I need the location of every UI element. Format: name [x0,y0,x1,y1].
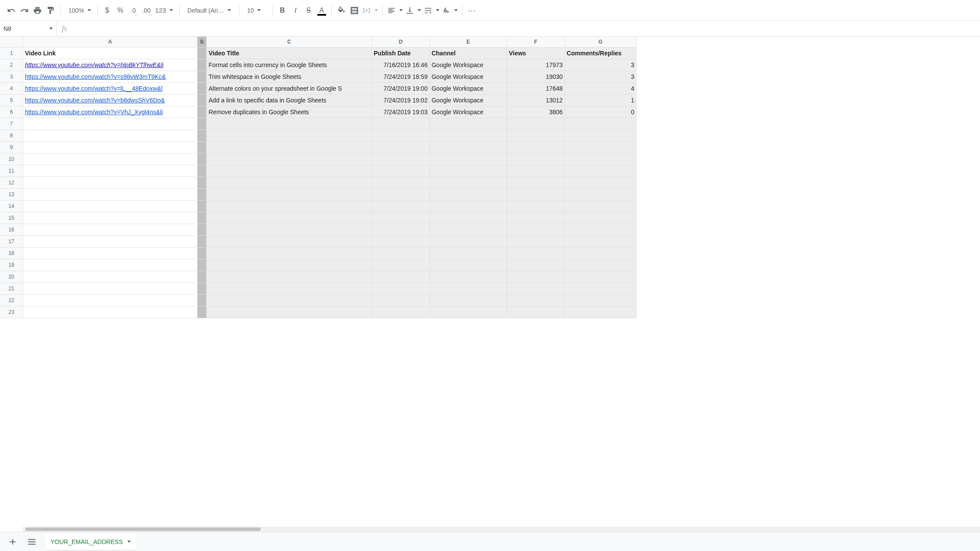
cell-G18[interactable] [565,247,636,259]
cell-E14[interactable] [429,200,507,212]
cell-E22[interactable] [429,294,507,306]
cell-A6[interactable]: https://www.youtube.com/watch?v=VhJ_Xygl… [23,106,197,118]
cell-A19[interactable] [23,259,197,271]
bold-button[interactable]: B [276,4,289,17]
row-header-5[interactable]: 5 [0,94,23,106]
cell-A2[interactable]: https://www.youtube.com/watch?v=hlpBkYTl… [23,59,197,71]
row-header-9[interactable]: 9 [0,141,23,153]
undo-button[interactable] [5,4,17,17]
cell-C22[interactable] [207,294,372,306]
cell-B12[interactable] [197,177,207,188]
cell-E9[interactable] [429,141,507,153]
row-header-10[interactable]: 10 [0,153,23,165]
sheet-tab[interactable]: YOUR_EMAIL_ADDRESS [44,534,137,550]
more-formats-select[interactable]: 123 [153,4,176,17]
cell-E10[interactable] [429,153,507,165]
cell-C16[interactable] [207,224,372,235]
column-header-A[interactable]: A [23,37,197,47]
cell-F1[interactable]: Views [507,47,565,59]
row-header-11[interactable]: 11 [0,165,23,177]
cell-C11[interactable] [207,165,372,177]
cell-B21[interactable] [197,282,207,294]
cell-D13[interactable] [372,188,430,200]
cell-G20[interactable] [565,271,636,282]
cell-A9[interactable] [23,141,197,153]
column-header-D[interactable]: D [372,37,430,47]
cell-E7[interactable] [429,118,507,129]
cell-D5[interactable]: 7/24/2019 19:02 [372,94,430,106]
cell-D22[interactable] [372,294,430,306]
cell-G1[interactable]: Comments/Replies [565,47,636,59]
row-header-16[interactable]: 16 [0,224,23,235]
cell-C4[interactable]: Alternate colors on your spreadsheet in … [207,82,372,94]
row-header-23[interactable]: 23 [0,306,23,318]
row-header-19[interactable]: 19 [0,259,23,271]
cell-D3[interactable]: 7/24/2019 18:59 [372,71,430,82]
row-header-20[interactable]: 20 [0,271,23,282]
cell-D21[interactable] [372,282,430,294]
row-header-7[interactable]: 7 [0,118,23,129]
font-select[interactable]: Default (Ari… [183,4,235,17]
cell-E17[interactable] [429,235,507,247]
cell-G9[interactable] [565,141,636,153]
cell-C3[interactable]: Trim whitespace in Google Sheets [207,71,372,82]
cell-B9[interactable] [197,141,207,153]
row-header-17[interactable]: 17 [0,235,23,247]
row-header-21[interactable]: 21 [0,282,23,294]
cell-B6[interactable] [197,106,207,118]
cell-F15[interactable] [507,212,565,224]
cell-G19[interactable] [565,259,636,271]
name-box[interactable]: N8 [0,21,57,36]
cell-F6[interactable]: 3806 [507,106,565,118]
cell-G17[interactable] [565,235,636,247]
cell-C19[interactable] [207,259,372,271]
cell-E2[interactable]: Google Workspace [429,59,507,71]
decrease-decimal-button[interactable]: .0 ← [127,4,140,17]
cell-F10[interactable] [507,153,565,165]
cell-B14[interactable] [197,200,207,212]
cell-F8[interactable] [507,129,565,141]
cell-D11[interactable] [372,165,430,177]
cell-E3[interactable]: Google Workspace [429,71,507,82]
cell-B8[interactable] [197,129,207,141]
column-header-B[interactable]: B [197,37,207,47]
grid[interactable]: ABCDEFG1Video LinkVideo TitlePublish Dat… [0,37,980,532]
cell-E11[interactable] [429,165,507,177]
cell-C14[interactable] [207,200,372,212]
row-header-2[interactable]: 2 [0,59,23,71]
cell-B5[interactable] [197,94,207,106]
cell-F21[interactable] [507,282,565,294]
cell-D12[interactable] [372,177,430,188]
cell-D1[interactable]: Publish Date [372,47,430,59]
cell-D8[interactable] [372,129,430,141]
horizontal-align-button[interactable] [386,4,404,17]
cell-F20[interactable] [507,271,565,282]
row-header-12[interactable]: 12 [0,177,23,188]
cell-E21[interactable] [429,282,507,294]
cell-B15[interactable] [197,212,207,224]
row-header-1[interactable]: 1 [0,47,23,59]
cell-B16[interactable] [197,224,207,235]
cell-D15[interactable] [372,212,430,224]
cell-C8[interactable] [207,129,372,141]
column-header-E[interactable]: E [429,37,507,47]
cell-G14[interactable] [565,200,636,212]
cell-F3[interactable]: 19030 [507,71,565,82]
fill-color-button[interactable] [335,4,347,17]
cell-F14[interactable] [507,200,565,212]
cell-G2[interactable]: 3 [565,59,636,71]
cell-B20[interactable] [197,271,207,282]
cell-B2[interactable] [197,59,207,71]
cell-G21[interactable] [565,282,636,294]
cell-E5[interactable]: Google Workspace [429,94,507,106]
cell-A13[interactable] [23,188,197,200]
cell-B18[interactable] [197,247,207,259]
cell-F19[interactable] [507,259,565,271]
cell-F18[interactable] [507,247,565,259]
cell-B4[interactable] [197,82,207,94]
cell-B23[interactable] [197,306,207,318]
cell-E12[interactable] [429,177,507,188]
merge-cells-button[interactable] [361,4,379,17]
cell-D4[interactable]: 7/24/2019 19:00 [372,82,430,94]
cell-D14[interactable] [372,200,430,212]
